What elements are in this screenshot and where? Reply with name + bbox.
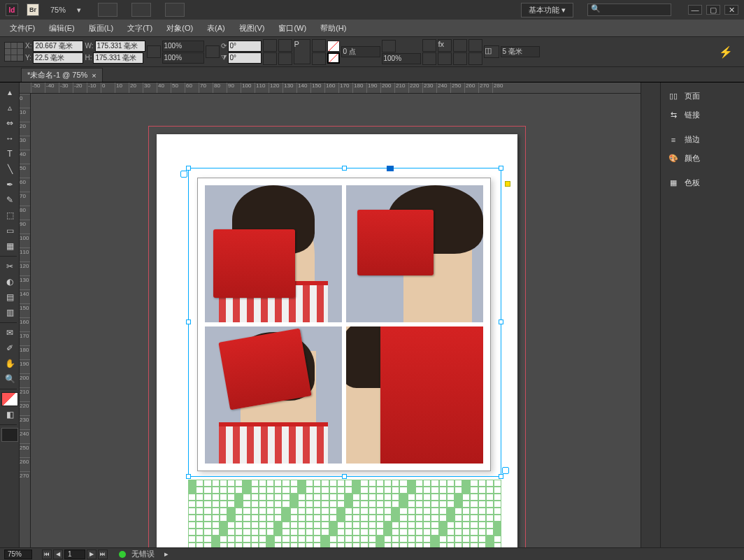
- last-spread-button[interactable]: ⏭: [98, 550, 108, 559]
- select-content-button[interactable]: [312, 52, 326, 65]
- zoom-display[interactable]: 75%: [48, 6, 69, 14]
- type-tool[interactable]: T: [1, 147, 18, 161]
- stroke-style-button[interactable]: [382, 40, 396, 52]
- prev-spread-button[interactable]: ◀: [53, 550, 63, 559]
- page-tool[interactable]: ⇔: [1, 116, 18, 130]
- panel-pages[interactable]: ▯▯页面: [661, 87, 744, 106]
- effects-button[interactable]: [422, 39, 436, 52]
- gap-tool[interactable]: ↔: [1, 131, 18, 145]
- panel-stroke[interactable]: ≡描边: [661, 130, 744, 149]
- panel-swatches[interactable]: ▦色板: [661, 173, 744, 192]
- scale-y-input[interactable]: 100%: [162, 52, 204, 64]
- resize-handle[interactable]: [342, 474, 347, 479]
- resize-handle[interactable]: [499, 320, 503, 324]
- menu-help[interactable]: 帮助(H): [315, 21, 352, 36]
- live-corner-handle[interactable]: [505, 181, 510, 187]
- canvas[interactable]: [31, 94, 641, 547]
- next-spread-button[interactable]: ▶: [87, 550, 96, 559]
- screen-mode-button[interactable]: [98, 3, 117, 17]
- hand-tool[interactable]: ✋: [1, 357, 18, 371]
- resize-handle[interactable]: [186, 320, 191, 324]
- document-tab[interactable]: *未命名-1 @ 75% ×: [21, 68, 103, 82]
- bridge-icon[interactable]: Br: [27, 3, 39, 16]
- rectangle-tool[interactable]: ▭: [1, 224, 18, 238]
- fx-button[interactable]: fx: [438, 39, 452, 52]
- flip-v-button[interactable]: [278, 52, 292, 65]
- w-input[interactable]: [95, 41, 145, 52]
- table-tool[interactable]: ▦: [1, 239, 18, 253]
- text-wrap-none-button[interactable]: [422, 52, 436, 65]
- panel-links[interactable]: ⇆链接: [661, 106, 744, 124]
- scissors-tool[interactable]: ✂: [1, 259, 18, 273]
- resize-handle[interactable]: [186, 474, 191, 479]
- thread-out-port[interactable]: [502, 467, 509, 474]
- rectangle-frame-tool[interactable]: ⬚: [1, 208, 18, 222]
- resize-handle[interactable]: [342, 166, 347, 171]
- fill-stroke-swap[interactable]: [1, 392, 18, 406]
- chevron-right-icon[interactable]: ▸: [164, 550, 169, 559]
- menu-view[interactable]: 视图(V): [234, 21, 271, 36]
- frame-fitting-button[interactable]: [468, 52, 482, 65]
- menu-file[interactable]: 文件(F): [4, 21, 41, 36]
- menu-layout[interactable]: 版面(L): [83, 21, 119, 36]
- line-tool[interactable]: ╲: [1, 162, 18, 176]
- rotate-input[interactable]: [228, 41, 262, 52]
- rotate-90-ccw-button[interactable]: [263, 52, 277, 65]
- rotate-90-cw-button[interactable]: [263, 39, 277, 52]
- menu-object[interactable]: 对象(O): [161, 21, 199, 36]
- x-input[interactable]: [33, 41, 83, 52]
- menu-table[interactable]: 表(A): [201, 21, 231, 36]
- pencil-tool[interactable]: ✎: [1, 193, 18, 207]
- preflight-status-icon[interactable]: [119, 551, 126, 558]
- scale-x-input[interactable]: 100%: [162, 41, 204, 52]
- thread-in-port[interactable]: [180, 171, 187, 178]
- close-tab-icon[interactable]: ×: [92, 71, 96, 80]
- stroke-weight-input[interactable]: 0 点: [341, 46, 380, 57]
- note-tool[interactable]: ✉: [1, 326, 18, 340]
- gradient-tool[interactable]: ▤: [1, 290, 18, 304]
- eyedropper-tool[interactable]: ✐: [1, 341, 18, 355]
- selection-tool[interactable]: ▴: [1, 85, 18, 99]
- y-input[interactable]: [33, 52, 83, 64]
- view-mode-button[interactable]: [1, 428, 18, 442]
- constrain-scale-button[interactable]: [206, 45, 220, 58]
- arrange-button[interactable]: [131, 3, 151, 17]
- menu-edit[interactable]: 编辑(E): [43, 21, 80, 36]
- workspace-switcher[interactable]: 基本功能 ▾: [521, 3, 573, 17]
- shear-input[interactable]: [228, 52, 262, 64]
- h-input[interactable]: [93, 52, 143, 64]
- select-container-button[interactable]: [312, 39, 326, 52]
- first-spread-button[interactable]: ⏮: [42, 550, 52, 559]
- quick-apply-icon[interactable]: ⚡: [719, 45, 733, 59]
- zoom-input[interactable]: [4, 550, 32, 559]
- text-wrap-shape-button[interactable]: [453, 39, 467, 52]
- horizontal-ruler[interactable]: -50-40-30-20-100102030405060708090100110…: [20, 82, 641, 94]
- default-fill-stroke[interactable]: ◧: [1, 408, 18, 422]
- flip-h-button[interactable]: [278, 39, 292, 52]
- direct-selection-tool[interactable]: ▵: [1, 101, 18, 115]
- pen-tool[interactable]: ✒: [1, 178, 18, 192]
- dropdown-icon[interactable]: ▾: [77, 6, 81, 15]
- preflight-status-text[interactable]: 无错误: [131, 549, 155, 559]
- corner-options-button[interactable]: [453, 52, 467, 65]
- gradient-feather-tool[interactable]: ▥: [1, 306, 18, 320]
- opacity-input[interactable]: 100%: [382, 53, 421, 64]
- selection-frame[interactable]: [188, 168, 501, 477]
- maximize-button[interactable]: ▢: [706, 5, 720, 15]
- content-grabber-icon[interactable]: [387, 166, 394, 171]
- p-qr-button[interactable]: P: [294, 39, 310, 64]
- reference-point[interactable]: [4, 42, 24, 62]
- table-frame[interactable]: [188, 480, 501, 547]
- resize-handle[interactable]: [186, 166, 191, 171]
- fill-swatch[interactable]: [327, 41, 340, 52]
- crop-button[interactable]: ◫: [484, 45, 499, 58]
- crop-size-input[interactable]: 5 毫米: [501, 46, 540, 57]
- resize-handle[interactable]: [499, 166, 503, 171]
- view-options-button[interactable]: [165, 3, 185, 17]
- zoom-tool[interactable]: 🔍: [1, 372, 18, 386]
- vertical-ruler[interactable]: 0102030405060708090100110120130140150160…: [20, 94, 31, 547]
- constrain-proportions-button[interactable]: [147, 45, 161, 58]
- stroke-swatch[interactable]: [327, 52, 340, 64]
- page-input[interactable]: [64, 550, 85, 559]
- text-wrap-bounding-button[interactable]: [438, 52, 452, 65]
